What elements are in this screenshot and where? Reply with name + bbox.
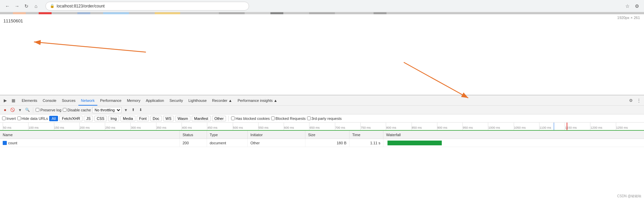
devtools-tab-actions: ⚙ ⋮: [627, 97, 643, 104]
filter-img[interactable]: Img: [108, 116, 119, 121]
devtools-tabs: ▶ ▦ Elements Console Sources Network Per…: [0, 95, 644, 106]
th-name[interactable]: Name: [0, 131, 180, 139]
record-button[interactable]: ●: [2, 107, 8, 113]
th-status[interactable]: Status: [180, 131, 207, 139]
settings-button[interactable]: ⚙: [627, 97, 634, 104]
preserve-log-label: Preserve log: [40, 108, 61, 112]
td-type: document: [207, 139, 248, 147]
back-button[interactable]: ←: [3, 2, 12, 10]
th-waterfall[interactable]: Waterfall: [383, 131, 644, 139]
filter-other[interactable]: Other: [212, 116, 226, 121]
tick-800ms: 800 ms: [386, 123, 411, 130]
hide-data-urls-checkbox[interactable]: Hide data URLs: [17, 116, 48, 121]
tick-700ms: 700 ms: [335, 123, 360, 130]
device-toolbar-button[interactable]: ▦: [10, 97, 17, 104]
tab-sources[interactable]: Sources: [59, 95, 78, 106]
blocked-requests-checkbox[interactable]: Blocked Requests: [271, 116, 306, 121]
disable-cache-input[interactable]: [63, 108, 67, 112]
filter-fetch-xhr[interactable]: Fetch/XHR: [59, 116, 82, 121]
th-initiator[interactable]: Initiator: [248, 131, 305, 139]
tab-network[interactable]: Network: [78, 95, 97, 106]
td-size: 180 B: [305, 139, 349, 147]
invert-checkbox[interactable]: Invert: [2, 116, 16, 121]
tick-950ms: 950 ms: [462, 123, 488, 130]
filter-all[interactable]: All: [49, 116, 58, 121]
tick-1150ms: 1150 ms: [565, 123, 590, 130]
th-size[interactable]: Size: [305, 131, 349, 139]
lock-icon: 🔒: [50, 4, 55, 8]
bookmark-button[interactable]: ☆: [624, 2, 631, 10]
filter-css[interactable]: CSS: [94, 116, 107, 121]
devtools-icons: ▶ ▦: [1, 97, 17, 104]
tab-perf-insights[interactable]: Performance insights ▲: [235, 95, 280, 106]
tick-1100ms: 1100 ms: [539, 123, 565, 130]
inspect-element-button[interactable]: ▶: [1, 97, 9, 104]
tick-1250ms: 1250 ms: [616, 123, 641, 130]
invert-label: Invert: [6, 116, 16, 121]
td-time: 1.11 s: [349, 139, 383, 147]
th-type[interactable]: Type: [207, 131, 248, 139]
tab-lighthouse[interactable]: Lighthouse: [186, 95, 209, 106]
refresh-button[interactable]: ↻: [22, 2, 31, 10]
filter-wasm[interactable]: Wasm: [175, 116, 190, 121]
blocked-cookies-checkbox[interactable]: Has blocked cookies: [231, 116, 270, 121]
tab-application[interactable]: Application: [143, 95, 167, 106]
row-size: 180 B: [337, 141, 346, 145]
filter-media[interactable]: Media: [120, 116, 135, 121]
waterfall-bar: [387, 141, 442, 145]
blocked-cookies-label: Has blocked cookies: [235, 116, 270, 121]
preserve-log-checkbox[interactable]: Preserve log: [36, 108, 61, 112]
blocked-requests-input[interactable]: [271, 116, 275, 120]
row-initiator: Other: [250, 141, 260, 145]
td-status: 200: [180, 139, 207, 147]
clear-button[interactable]: 🚫: [10, 107, 16, 113]
timeline-ticks: 50 ms 100 ms 150 ms 200 ms 250 ms 300 ms…: [0, 123, 644, 130]
forward-button[interactable]: →: [13, 2, 21, 10]
search-button[interactable]: 🔍: [24, 107, 31, 113]
tick-1200ms: 1200 ms: [590, 123, 615, 130]
filter-bar: Invert Hide data URLs All Fetch/XHR JS C…: [0, 114, 644, 123]
disable-cache-checkbox[interactable]: Disable cache: [63, 108, 91, 112]
network-table[interactable]: Name Status Type Initiator Size Time Wat…: [0, 131, 644, 200]
filter-font[interactable]: Font: [137, 116, 149, 121]
address-bar[interactable]: 🔒 localhost:8123/order/count: [45, 2, 249, 11]
row-icon: [3, 141, 7, 145]
tick-1050ms: 1050 ms: [514, 123, 539, 130]
blocked-cookies-input[interactable]: [231, 116, 235, 120]
throttle-dropdown-btn[interactable]: ▼: [123, 107, 129, 113]
tab-security[interactable]: Security: [167, 95, 186, 106]
third-party-input[interactable]: [307, 116, 311, 120]
filter-toggle-button[interactable]: ▼: [17, 107, 23, 113]
extensions-button[interactable]: ⚙: [633, 2, 641, 10]
devtools-panel: ▶ ▦ Elements Console Sources Network Per…: [0, 95, 644, 200]
svg-line-3: [404, 62, 468, 98]
home-button[interactable]: ⌂: [32, 2, 40, 10]
preserve-log-input[interactable]: [36, 108, 39, 112]
filter-js[interactable]: JS: [84, 116, 93, 121]
filter-doc[interactable]: Doc: [150, 116, 162, 121]
filter-manifest[interactable]: Manifest: [192, 116, 211, 121]
tick-250ms: 250 ms: [105, 123, 130, 130]
table-row[interactable]: count 200 document Other 180 B 1.11 s: [0, 139, 644, 147]
filter-ws[interactable]: WS: [163, 116, 174, 121]
tab-memory[interactable]: Memory: [124, 95, 143, 106]
third-party-checkbox[interactable]: 3rd-party requests: [307, 116, 342, 121]
tick-450ms: 450 ms: [207, 123, 232, 130]
tick-500ms: 500 ms: [233, 123, 258, 130]
tick-350ms: 350 ms: [156, 123, 182, 130]
tick-550ms: 550 ms: [258, 123, 284, 130]
tab-recorder[interactable]: Recorder ▲: [209, 95, 235, 106]
invert-input[interactable]: [2, 116, 6, 120]
hide-data-urls-input[interactable]: [17, 116, 21, 120]
export-button[interactable]: ⬇: [138, 107, 144, 113]
third-party-label: 3rd-party requests: [311, 116, 342, 121]
svg-line-2: [34, 42, 146, 52]
import-button[interactable]: ⬆: [130, 107, 136, 113]
tab-performance[interactable]: Performance: [97, 95, 124, 106]
timeline-blue-marker: [554, 123, 554, 130]
tab-elements[interactable]: Elements: [19, 95, 40, 106]
throttle-select[interactable]: No throttling Fast 3G Slow 3G Offline: [92, 107, 121, 113]
th-time[interactable]: Time: [349, 131, 383, 139]
more-tools-button[interactable]: ⋮: [635, 97, 643, 104]
tab-console[interactable]: Console: [40, 95, 59, 106]
